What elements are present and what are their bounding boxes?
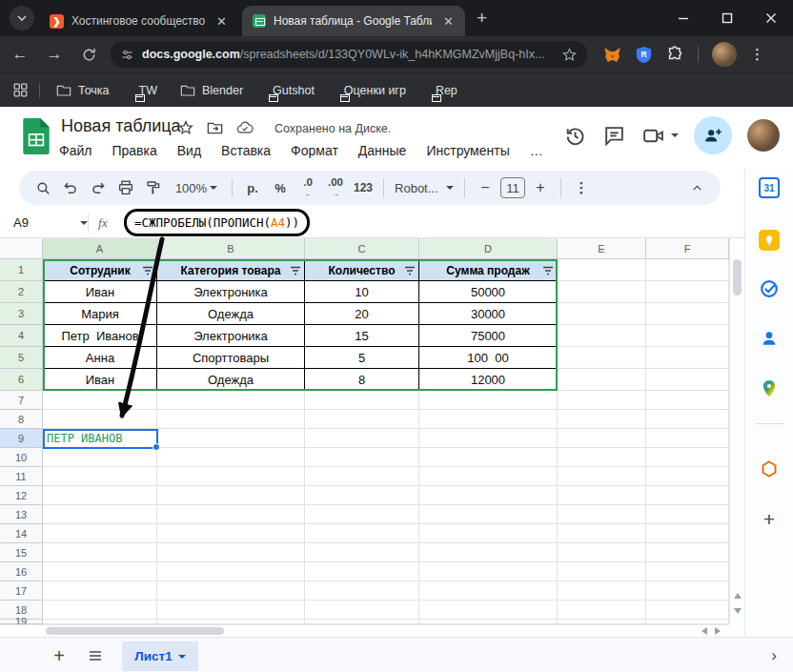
spreadsheet-grid[interactable]: ABCDEF1СотрудникКатегория товараКоличест… [0, 238, 729, 624]
number-format-button[interactable]: 123 [351, 174, 376, 201]
get-addons-plus-icon[interactable]: + [759, 509, 780, 530]
addon-hexagon-icon[interactable] [759, 458, 780, 479]
row-header-13[interactable]: 13 [0, 505, 43, 524]
row-header-1[interactable]: 1 [0, 259, 43, 281]
cell-C18[interactable] [305, 601, 419, 620]
cell-F12[interactable] [646, 486, 729, 505]
bookmark-tw[interactable]: TW [126, 84, 164, 97]
cell-C15[interactable] [305, 543, 419, 562]
cell-F6[interactable] [646, 369, 729, 391]
cell-A10[interactable] [43, 448, 157, 467]
cell-A17[interactable] [43, 581, 157, 601]
cell-B11[interactable] [157, 467, 305, 486]
filter-icon[interactable] [542, 265, 554, 275]
row-header-4[interactable]: 4 [0, 325, 43, 347]
cell-B4[interactable]: Электроника [157, 325, 305, 347]
cell-F5[interactable] [646, 347, 729, 369]
bookmark-точка[interactable]: Точка [50, 84, 116, 97]
column-header-D[interactable]: D [419, 238, 558, 259]
tab-close-icon[interactable]: ✕ [439, 13, 458, 30]
row-header-14[interactable]: 14 [0, 524, 43, 543]
increase-decimals-button[interactable]: .00→ [323, 174, 348, 201]
cell-F11[interactable] [646, 467, 729, 486]
cloud-saved-icon[interactable] [235, 118, 254, 137]
cell-D3[interactable]: 30000 [419, 303, 558, 325]
formula-input[interactable]: =СЖПРОБЕЛЫ(ПРОПИСН(A4)) [134, 215, 299, 230]
font-size-input[interactable]: 11 [500, 177, 525, 198]
cell-B13[interactable] [157, 505, 305, 524]
cell-A8[interactable] [43, 410, 157, 429]
cell-A9[interactable]: ПЕТР ИВАНОВ [43, 429, 157, 448]
cell-E3[interactable] [558, 303, 646, 325]
row-header-17[interactable]: 17 [0, 581, 43, 601]
row-header-7[interactable]: 7 [0, 391, 43, 410]
site-info-icon[interactable] [120, 48, 134, 62]
meet-button[interactable] [641, 124, 679, 148]
account-avatar[interactable] [747, 119, 780, 152]
extensions-puzzle-icon[interactable] [665, 45, 684, 64]
cell-C7[interactable] [305, 391, 419, 410]
cell-D16[interactable] [419, 562, 558, 581]
add-sheet-button[interactable]: + [46, 642, 72, 669]
cell-A2[interactable]: Иван [43, 281, 157, 303]
row-header-16[interactable]: 16 [0, 562, 43, 581]
cell-D9[interactable] [419, 429, 558, 448]
cell-D12[interactable] [419, 486, 558, 505]
zoom-select[interactable]: 100% [169, 174, 224, 201]
cell-D1[interactable]: Сумма продаж [419, 259, 558, 281]
font-select[interactable]: Robot... [392, 174, 457, 201]
cell-E11[interactable] [558, 467, 646, 486]
address-bar[interactable]: docs.google.com/spreadsheets/d/133QY0WLv… [111, 41, 587, 68]
cell-D18[interactable] [419, 601, 558, 620]
back-button[interactable]: ← [6, 40, 34, 69]
apps-grid-icon[interactable] [11, 81, 30, 99]
cell-F14[interactable] [646, 524, 729, 543]
cell-D17[interactable] [419, 581, 558, 601]
cell-F13[interactable] [646, 505, 729, 524]
print-button[interactable] [113, 174, 138, 201]
undo-button[interactable] [58, 174, 83, 201]
cell-C2[interactable]: 10 [305, 281, 419, 303]
cell-A1[interactable]: Сотрудник [43, 259, 157, 281]
bookmark-gutshot[interactable]: Gutshot [259, 84, 321, 97]
cell-F3[interactable] [646, 303, 729, 325]
cell-A3[interactable]: Мария [43, 303, 157, 325]
toolbar-search-button[interactable] [30, 174, 55, 201]
cell-A16[interactable] [43, 562, 157, 581]
cell-C8[interactable] [305, 410, 419, 429]
star-document-icon[interactable] [177, 119, 194, 136]
bookmark-оценки-игр[interactable]: Оценки игр [331, 84, 413, 97]
filter-icon[interactable] [404, 265, 416, 275]
cell-B1[interactable]: Категория товара [157, 259, 305, 281]
cell-E4[interactable] [558, 325, 646, 347]
cell-C3[interactable]: 20 [305, 303, 419, 325]
selection-fill-handle[interactable] [152, 443, 160, 451]
cell-C9[interactable] [305, 429, 419, 448]
currency-format-button[interactable]: р. [240, 174, 265, 201]
document-title[interactable]: Новая таблица [61, 116, 181, 136]
cell-F9[interactable] [646, 429, 729, 448]
cell-D13[interactable] [419, 505, 558, 524]
cell-D4[interactable]: 75000 [419, 325, 558, 347]
row-header-3[interactable]: 3 [0, 303, 43, 325]
cell-F10[interactable] [646, 448, 729, 467]
metamask-extension-icon[interactable] [602, 45, 622, 65]
cell-C17[interactable] [305, 581, 419, 601]
tasks-icon[interactable] [759, 278, 780, 299]
cell-C5[interactable]: 5 [305, 347, 419, 369]
row-header-12[interactable]: 12 [0, 486, 43, 505]
cell-B15[interactable] [157, 543, 305, 562]
row-header-15[interactable]: 15 [0, 543, 43, 562]
calendar-icon[interactable]: 31 [759, 177, 780, 198]
contacts-icon[interactable] [759, 328, 780, 349]
cell-A4[interactable]: Петр Иванов [43, 325, 157, 347]
cell-F8[interactable] [646, 410, 729, 429]
browser-tab-timeweb[interactable]: ❯ Хостинговое сообщество «Tim ✕ [40, 6, 238, 36]
select-all-corner[interactable] [0, 238, 43, 259]
cell-A14[interactable] [43, 524, 157, 543]
menu-правка[interactable]: Правка [112, 143, 156, 158]
cell-B16[interactable] [157, 562, 305, 581]
keep-icon[interactable] [759, 230, 780, 251]
close-button[interactable] [749, 0, 793, 36]
bookmark-blender[interactable]: Blender [173, 84, 250, 97]
